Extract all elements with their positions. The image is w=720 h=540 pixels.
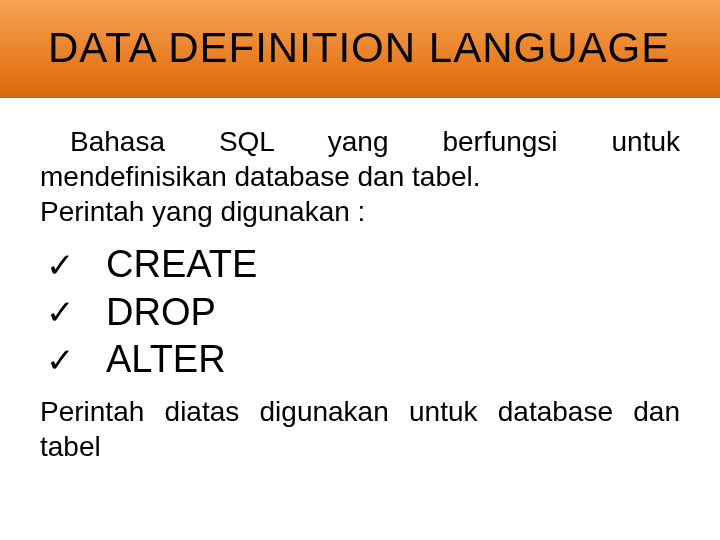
list-item: ✓ CREATE bbox=[46, 241, 680, 289]
slide-content: Bahasa SQL yang berfungsi untuk mendefin… bbox=[0, 98, 720, 464]
slide-header: DATA DEFINITION LANGUAGE bbox=[0, 0, 720, 98]
check-icon: ✓ bbox=[46, 339, 106, 382]
list-item: ✓ DROP bbox=[46, 289, 680, 337]
intro-subline: Perintah yang digunakan : bbox=[40, 194, 680, 229]
list-item-label: CREATE bbox=[106, 241, 257, 289]
intro-paragraph: Bahasa SQL yang berfungsi untuk mendefin… bbox=[40, 124, 680, 194]
check-icon: ✓ bbox=[46, 244, 106, 287]
command-list: ✓ CREATE ✓ DROP ✓ ALTER bbox=[46, 241, 680, 384]
slide-title: DATA DEFINITION LANGUAGE bbox=[48, 24, 670, 72]
list-item: ✓ ALTER bbox=[46, 336, 680, 384]
list-item-label: ALTER bbox=[106, 336, 226, 384]
check-icon: ✓ bbox=[46, 291, 106, 334]
list-item-label: DROP bbox=[106, 289, 216, 337]
closing-paragraph: Perintah diatas digunakan untuk database… bbox=[40, 394, 680, 464]
